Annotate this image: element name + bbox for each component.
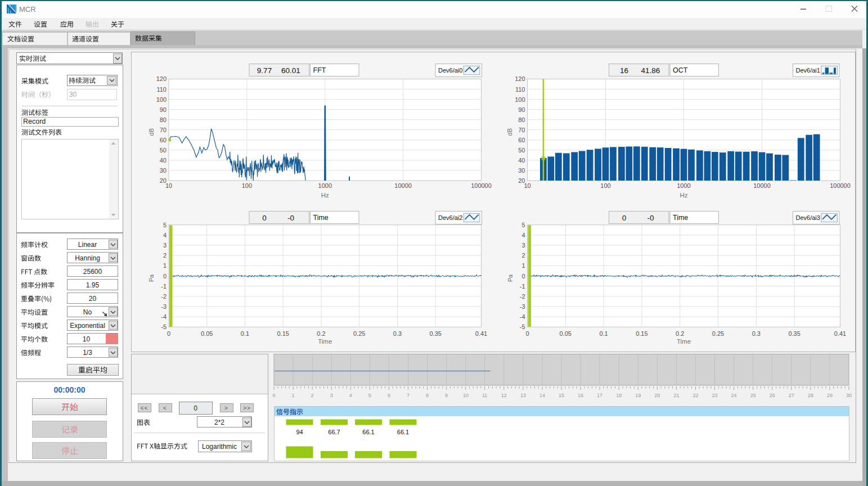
svg-text:Pa: Pa [507,274,514,282]
svg-text:Dev6/ai2: Dev6/ai2 [438,214,462,221]
svg-text:0: 0 [521,273,525,280]
svg-text:60: 60 [160,137,167,143]
svg-text:50: 50 [518,147,525,154]
svg-text:94: 94 [296,429,303,435]
svg-text:0: 0 [163,273,167,280]
svg-text:66.1: 66.1 [397,429,409,435]
svg-text:Pa: Pa [148,274,155,282]
svg-text:60.01: 60.01 [281,66,300,75]
svg-text:0: 0 [167,330,170,337]
svg-text:1000: 1000 [318,182,332,189]
svg-text:28: 28 [808,393,813,398]
svg-text:80: 80 [518,116,525,123]
svg-text:27: 27 [789,393,794,398]
svg-text:100: 100 [242,182,252,189]
svg-text:0: 0 [262,214,267,222]
svg-text:90: 90 [518,106,525,113]
svg-text:5: 5 [368,393,371,398]
svg-text:0.3: 0.3 [393,330,402,337]
svg-text:30: 30 [160,167,167,174]
svg-text:Time: Time [673,214,688,222]
svg-text:2: 2 [311,393,314,398]
svg-text:80: 80 [160,116,167,123]
svg-text:0.41: 0.41 [834,330,846,337]
svg-text:9.77: 9.77 [257,66,272,75]
svg-text:5: 5 [163,222,167,228]
svg-text:-4: -4 [161,313,167,320]
svg-text:50: 50 [160,147,167,154]
svg-text:10000: 10000 [753,182,771,189]
svg-text:15: 15 [559,393,564,398]
svg-text:Dev6/ai3: Dev6/ai3 [796,214,820,221]
svg-text:19: 19 [635,393,641,398]
svg-text:-5: -5 [161,323,167,330]
svg-text:16: 16 [620,66,628,75]
svg-text:22: 22 [692,393,698,398]
svg-text:Dev6/ai0: Dev6/ai0 [438,67,462,74]
svg-text:70: 70 [518,127,525,133]
svg-text:Time: Time [313,214,329,222]
svg-text:30: 30 [518,167,525,174]
svg-text:dB: dB [148,128,155,136]
svg-text:1: 1 [163,262,167,269]
svg-text:2: 2 [163,252,167,259]
svg-text:10: 10 [165,182,172,189]
svg-text:17: 17 [597,393,602,398]
svg-text:10000: 10000 [394,182,412,189]
svg-text:26: 26 [770,393,775,398]
svg-text:14: 14 [539,393,545,398]
svg-text:24: 24 [731,393,737,398]
svg-text:0.1: 0.1 [241,330,249,337]
svg-text:0.15: 0.15 [636,330,647,337]
svg-text:-0: -0 [287,214,294,222]
svg-text:8: 8 [426,393,429,398]
svg-text:66.1: 66.1 [362,429,374,435]
svg-text:7: 7 [407,393,410,398]
svg-text:0.35: 0.35 [429,330,441,337]
svg-text:OCT: OCT [673,66,688,74]
svg-text:0.35: 0.35 [788,330,800,337]
svg-text:Hz: Hz [321,192,329,199]
svg-text:16: 16 [578,393,583,398]
svg-text:40: 40 [518,157,525,164]
svg-text:0.1: 0.1 [599,330,608,337]
svg-text:0.3: 0.3 [752,330,761,337]
svg-text:100000: 100000 [471,182,492,189]
svg-text:3: 3 [163,242,167,249]
svg-text:11: 11 [482,393,487,398]
svg-text:66.7: 66.7 [328,429,340,435]
svg-text:23: 23 [712,393,717,398]
svg-text:90: 90 [160,106,167,113]
svg-text:41.86: 41.86 [641,66,660,75]
svg-text:5: 5 [521,222,525,228]
svg-text:-2: -2 [520,293,525,300]
svg-text:3: 3 [330,393,333,398]
svg-text:110: 110 [515,86,525,93]
svg-text:1: 1 [521,262,525,269]
svg-text:0.25: 0.25 [712,330,724,337]
svg-text:3: 3 [521,242,525,249]
svg-text:6: 6 [388,393,390,398]
svg-text:10: 10 [463,393,469,398]
svg-text:100: 100 [156,96,167,103]
svg-text:dB: dB [507,128,514,136]
svg-text:70: 70 [160,127,167,133]
svg-text:4: 4 [521,232,525,238]
svg-text:0.05: 0.05 [201,330,213,337]
svg-text:0.15: 0.15 [277,330,289,337]
svg-text:0.41: 0.41 [475,330,487,337]
svg-text:-1: -1 [520,283,525,290]
svg-text:2: 2 [521,252,525,259]
svg-text:-0: -0 [647,214,654,222]
svg-text:13: 13 [520,393,526,398]
svg-text:18: 18 [616,393,622,398]
svg-text:0: 0 [622,214,627,222]
svg-text:120: 120 [156,75,167,82]
svg-text:Dev6/ai1: Dev6/ai1 [796,67,820,74]
svg-text:100: 100 [515,96,525,103]
svg-text:-3: -3 [520,303,525,310]
svg-text:4: 4 [163,232,167,238]
svg-text:25: 25 [750,393,756,398]
svg-text:110: 110 [156,86,167,93]
svg-text:4: 4 [349,393,352,398]
